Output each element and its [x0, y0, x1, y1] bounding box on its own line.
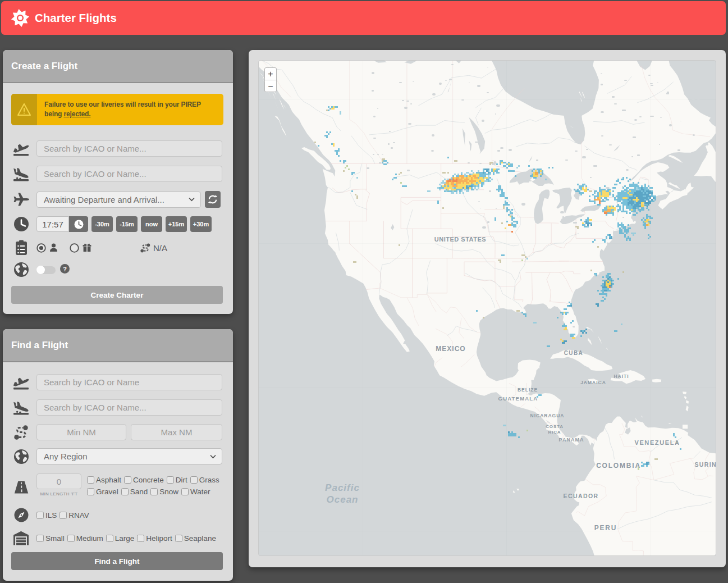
svg-text:PERU: PERU — [594, 524, 617, 532]
svg-text:BELIZE: BELIZE — [518, 387, 538, 393]
svg-text:ECUADOR: ECUADOR — [564, 493, 599, 499]
svg-text:Pacific: Pacific — [325, 482, 360, 493]
svg-text:VENEZUELA: VENEZUELA — [634, 439, 680, 446]
svg-text:COSTA: COSTA — [546, 424, 563, 429]
svg-text:Ocean: Ocean — [327, 494, 359, 505]
svg-text:MEXICO: MEXICO — [436, 345, 465, 353]
svg-text:COLOMBIA: COLOMBIA — [596, 462, 641, 470]
svg-text:GUATEMALA: GUATEMALA — [498, 395, 538, 402]
svg-text:PANAMA: PANAMA — [559, 437, 584, 443]
svg-text:SURINAME: SURINAME — [694, 461, 716, 468]
svg-text:HAITI: HAITI — [613, 374, 629, 379]
svg-text:UNITED STATES: UNITED STATES — [434, 236, 486, 243]
svg-text:?: ? — [63, 265, 67, 272]
svg-text:JAMAICA: JAMAICA — [580, 380, 606, 385]
svg-text:RICA: RICA — [548, 430, 561, 435]
svg-text:CUBA: CUBA — [564, 350, 584, 356]
svg-text:NICARAGUA: NICARAGUA — [530, 413, 565, 418]
